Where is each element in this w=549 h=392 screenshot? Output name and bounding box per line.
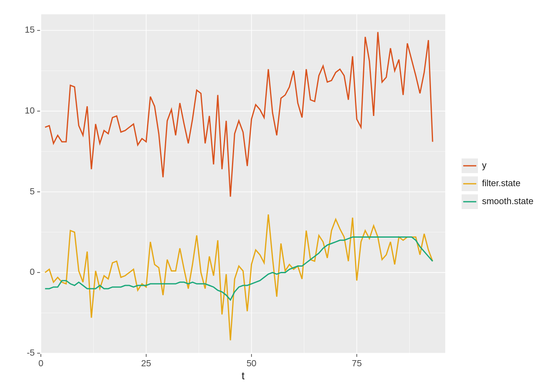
line-chart: 0255075 -5051015 t yfilter.statesmooth.s… xyxy=(0,0,549,392)
y-tick-label: -5 xyxy=(27,347,35,358)
y-tick-label: 5 xyxy=(30,186,35,196)
legend-item: y xyxy=(462,158,487,173)
y-tick-label: 15 xyxy=(25,24,35,35)
y-tick-label: 10 xyxy=(25,105,35,116)
x-axis-title: t xyxy=(241,370,245,382)
legend-label: y xyxy=(482,160,487,170)
x-tick-label: 0 xyxy=(38,358,43,368)
legend-label: filter.state xyxy=(482,178,520,188)
legend-label: smooth.state xyxy=(482,196,533,206)
plot-panel-bg xyxy=(41,14,445,353)
y-tick-label: 0 xyxy=(30,267,35,277)
x-tick-label: 50 xyxy=(246,358,256,368)
legend-item: smooth.state xyxy=(462,194,533,209)
legend-item: filter.state xyxy=(462,176,520,191)
x-tick-label: 75 xyxy=(352,358,362,368)
legend: yfilter.statesmooth.state xyxy=(462,158,533,209)
x-tick-label: 25 xyxy=(141,358,151,368)
